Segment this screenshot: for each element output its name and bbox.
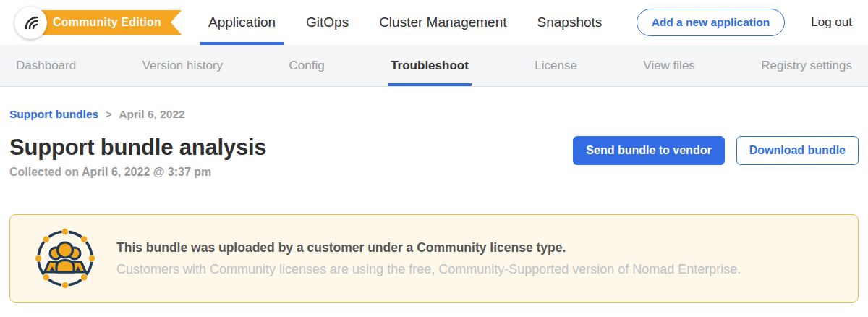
tab-snapshots[interactable]: Snapshots (529, 0, 610, 45)
tab-cluster-management[interactable]: Cluster Management (371, 0, 514, 45)
app-window: Community Edition Application GitOps Clu… (0, 0, 868, 317)
subnav-item-view-files[interactable]: View files (643, 45, 695, 86)
breadcrumb-current: April 6, 2022 (119, 108, 184, 121)
breadcrumb: Support bundles > April 6, 2022 (9, 108, 859, 121)
main-content: Support bundles > April 6, 2022 Support … (0, 108, 868, 303)
page-title: Support bundle analysis (9, 135, 266, 161)
collected-date: April 6, 2022 @ 3:37 pm (82, 166, 211, 178)
breadcrumb-separator: > (106, 109, 111, 120)
tab-application[interactable]: Application (200, 0, 284, 45)
subnav-item-config[interactable]: Config (289, 45, 325, 86)
replicated-logo-icon (22, 14, 40, 31)
community-people-icon (34, 227, 96, 289)
title-block: Support bundle analysis Collected onApri… (9, 135, 266, 179)
top-nav-links: Application GitOps Cluster Management Sn… (200, 0, 624, 45)
subnav-item-license[interactable]: License (535, 45, 577, 86)
title-row: Support bundle analysis Collected onApri… (9, 135, 859, 179)
notice-subtitle: Customers with Community licenses are us… (116, 262, 741, 277)
brand: Community Edition (14, 0, 182, 45)
add-new-application-button[interactable]: Add a new application (637, 9, 786, 36)
subnav-item-registry-settings[interactable]: Registry settings (761, 45, 852, 86)
top-navbar-right: Add a new application Log out (637, 0, 868, 45)
bundle-actions: Send bundle to vendor Download bundle (573, 136, 859, 165)
replicated-logo[interactable] (14, 7, 47, 39)
app-sub-navbar: Dashboard Version history Config Trouble… (0, 45, 868, 87)
tab-gitops[interactable]: GitOps (298, 0, 357, 45)
subnav-item-version-history[interactable]: Version history (142, 45, 224, 86)
community-edition-badge: Community Edition (30, 10, 182, 35)
community-license-notice: This bundle was uploaded by a customer u… (9, 214, 859, 303)
download-bundle-button[interactable]: Download bundle (736, 136, 859, 165)
notice-text: This bundle was uploaded by a customer u… (116, 240, 741, 277)
notice-title: This bundle was uploaded by a customer u… (116, 240, 741, 255)
send-bundle-to-vendor-button[interactable]: Send bundle to vendor (573, 136, 724, 165)
breadcrumb-support-bundles-link[interactable]: Support bundles (9, 108, 98, 121)
collected-prefix: Collected on (9, 166, 79, 178)
collected-timestamp: Collected onApril 6, 2022 @ 3:37 pm (9, 166, 266, 179)
subnav-item-troubleshoot[interactable]: Troubleshoot (391, 45, 469, 86)
top-navbar: Community Edition Application GitOps Clu… (0, 0, 868, 45)
logout-link[interactable]: Log out (811, 15, 852, 30)
subnav-item-dashboard[interactable]: Dashboard (16, 45, 76, 86)
